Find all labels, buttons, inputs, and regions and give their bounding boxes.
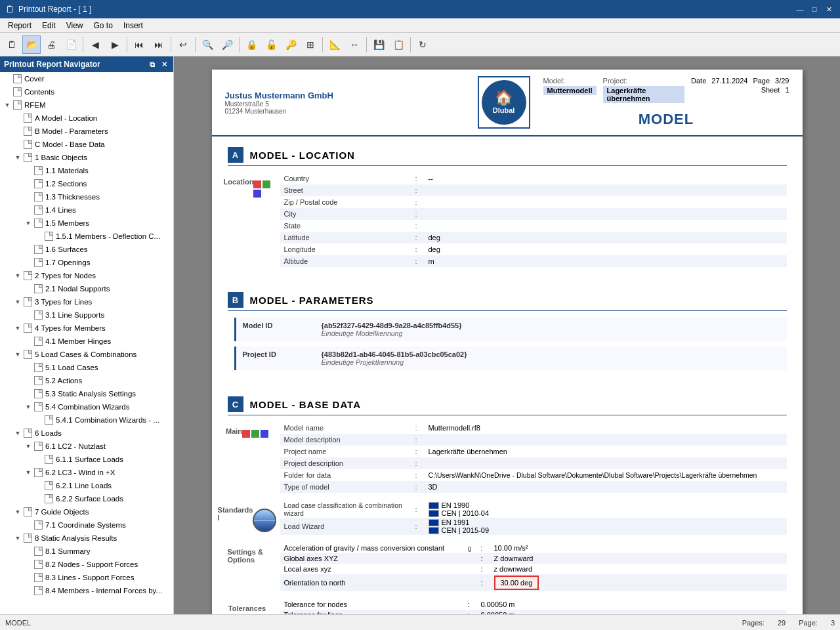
tree-8-static-analysis[interactable]: ▼ 8 Static Analysis Results [0, 532, 173, 545]
tb-print-preview[interactable]: 📄 [62, 35, 80, 54]
table-row: Acceleration of gravity / mass conversio… [280, 543, 787, 553]
standards-label: Standards I [218, 506, 253, 522]
settings-label-local-axes: Local axes xyz [280, 564, 464, 574]
toggle-8[interactable]: ▼ [13, 535, 22, 541]
toggle-6-1[interactable]: ▼ [24, 443, 33, 450]
tree-4-types-members[interactable]: ▼ 4 Types for Members [0, 322, 173, 335]
tb-layout[interactable]: ⊞ [301, 35, 320, 54]
tb-lock[interactable]: 🔒 [242, 35, 261, 54]
tb-zoom-in[interactable]: 🔎 [218, 35, 236, 54]
table-row: Folder for data : C:\Users\WankN\OneDriv… [280, 469, 787, 481]
toggle-5-4[interactable]: ▼ [24, 404, 33, 410]
tree-a-model-location[interactable]: A Model - Location [0, 112, 173, 125]
toggle-3[interactable]: ▼ [13, 299, 22, 305]
toggle-5[interactable]: ▼ [13, 351, 22, 358]
tree-6-2-1-line-loads[interactable]: 6.2.1 Line Loads [0, 479, 173, 492]
doc-icon [33, 547, 43, 556]
toggle-rfem[interactable]: ▼ [3, 102, 12, 108]
tree-5-2-actions[interactable]: 5.2 Actions [0, 374, 173, 387]
tb-first[interactable]: ⏮ [130, 35, 148, 54]
tree-6-loads[interactable]: ▼ 6 Loads [0, 427, 173, 440]
tree-7-guide-objects[interactable]: ▼ 7 Guide Objects [0, 505, 173, 518]
tree-7-1-coord-systems[interactable]: 7.1 Coordinate Systems [0, 518, 173, 532]
tree-8-3-lines-support[interactable]: 8.3 Lines - Support Forces [0, 571, 173, 584]
tree-4-1-member-hinges[interactable]: 4.1 Member Hinges [0, 335, 173, 348]
menu-insert[interactable]: Insert [118, 20, 148, 32]
tree-contents[interactable]: Contents [0, 85, 173, 98]
tree-1-5-members[interactable]: ▼ 1.5 Members [0, 217, 173, 230]
tree-1-2-sections[interactable]: 1.2 Sections [0, 177, 173, 190]
tb-export[interactable]: 💾 [369, 35, 388, 54]
menu-view[interactable]: View [61, 20, 89, 32]
toggle-4[interactable]: ▼ [13, 325, 22, 331]
tree-6-1-1-surface-loads[interactable]: 6.1.1 Surface Loads [0, 453, 173, 466]
tb-copy[interactable]: 📋 [389, 35, 408, 54]
tree-3-1-line-supports[interactable]: 3.1 Line Supports [0, 308, 173, 322]
navigator-panel: Printout Report Navigator ⧉ ✕ Cover Cont… [0, 56, 174, 614]
close-button[interactable]: ✕ [823, 3, 835, 15]
tb-key[interactable]: 🔑 [282, 35, 300, 54]
nav-restore[interactable]: ⧉ [147, 59, 158, 70]
tree-cover[interactable]: Cover [0, 72, 173, 85]
tree-1-5-1-deflection[interactable]: 1.5.1 Members - Deflection C... [0, 230, 173, 243]
menu-goto[interactable]: Go to [89, 20, 118, 32]
tb-print[interactable]: 🖨 [42, 35, 60, 54]
tree-6-1-lc2-nutzlast[interactable]: ▼ 6.1 LC2 - Nutzlast [0, 440, 173, 453]
tree-8-4-members-internal[interactable]: 8.4 Members - Internal Forces by... [0, 584, 173, 597]
tree-1-4-lines[interactable]: 1.4 Lines [0, 203, 173, 217]
tb-new[interactable]: 🗒 [3, 35, 21, 54]
maximize-button[interactable]: □ [808, 3, 820, 15]
tree-2-types-nodes[interactable]: ▼ 2 Types for Nodes [0, 269, 173, 282]
tree-label-8-4: 8.4 Members - Internal Forces by... [45, 587, 162, 595]
minimize-button[interactable]: — [794, 3, 806, 15]
tb-fit-width[interactable]: ↔ [345, 35, 364, 54]
tree-c-model-base[interactable]: C Model - Base Data [0, 138, 173, 151]
tb-last[interactable]: ⏭ [150, 35, 168, 54]
section-a-icon-area: Location [228, 173, 267, 267]
tree-1-3-thicknesses[interactable]: 1.3 Thicknesses [0, 190, 173, 203]
tree-8-2-nodes-support[interactable]: 8.2 Nodes - Support Forces [0, 558, 173, 571]
tree-1-7-openings[interactable]: 1.7 Openings [0, 256, 173, 269]
menu-report[interactable]: Report [3, 20, 37, 32]
tree-label-1-6: 1.6 Surfaces [45, 245, 88, 253]
tb-open[interactable]: 📂 [22, 35, 41, 54]
tree-b-model-params[interactable]: B Model - Parameters [0, 125, 173, 138]
tree-2-1-nodal-supports[interactable]: 2.1 Nodal Supports [0, 282, 173, 295]
tree-6-2-lc3-wind[interactable]: ▼ 6.2 LC3 - Wind in +X [0, 466, 173, 479]
toggle-7[interactable]: ▼ [13, 509, 22, 515]
tree-5-3-static-analysis[interactable]: 5.3 Static Analysis Settings [0, 387, 173, 400]
tree-1-1-materials[interactable]: 1.1 Materials [0, 164, 173, 177]
tb-back[interactable]: ↩ [174, 35, 192, 54]
tree-5-4-combination-wizards[interactable]: ▼ 5.4 Combination Wizards [0, 400, 173, 413]
tree-5-4-1-comb-wizards[interactable]: 5.4.1 Combination Wizards - ... [0, 413, 173, 427]
section-c-standards-data: Load case classification & combination w… [280, 501, 787, 535]
toggle-1[interactable]: ▼ [13, 154, 22, 161]
tree-1-6-surfaces[interactable]: 1.6 Surfaces [0, 243, 173, 256]
nav-close[interactable]: ✕ [159, 59, 169, 70]
tree-6-2-2-surface-loads[interactable]: 6.2.2 Surface Loads [0, 492, 173, 505]
tree-8-1-summary[interactable]: 8.1 Summary [0, 545, 173, 558]
tb-next[interactable]: ▶ [106, 35, 124, 54]
menu-edit[interactable]: Edit [37, 20, 61, 32]
project-id-sub: Eindeutige Projektkennung [322, 358, 467, 366]
tb-zoom-out[interactable]: 🔍 [198, 35, 217, 54]
toggle-6[interactable]: ▼ [13, 430, 22, 436]
tb-unlock[interactable]: 🔓 [262, 35, 280, 54]
tree-3-types-lines[interactable]: ▼ 3 Types for Lines [0, 295, 173, 308]
section-c: C MODEL - BASE DATA Main [212, 386, 803, 614]
tree-5-1-load-cases[interactable]: 5.1 Load Cases [0, 361, 173, 374]
section-c-title-row: C MODEL - BASE DATA [228, 396, 787, 415]
folder-icon [33, 219, 43, 228]
lcc-cen2010-text: CEN | 2010-04 [442, 509, 490, 517]
tb-fit-page[interactable]: 📐 [326, 35, 344, 54]
main-cube-icon [242, 430, 268, 438]
tree-5-load-cases[interactable]: ▼ 5 Load Cases & Combinations [0, 348, 173, 361]
toggle-2[interactable]: ▼ [13, 272, 22, 279]
tree-1-basic-objects[interactable]: ▼ 1 Basic Objects [0, 151, 173, 164]
toggle-1-5[interactable]: ▼ [24, 220, 33, 226]
tb-refresh[interactable]: ↻ [413, 35, 432, 54]
status-model: MODEL [5, 619, 31, 627]
tree-rfem[interactable]: ▼ RFEM [0, 98, 173, 112]
tb-prev[interactable]: ◀ [86, 35, 104, 54]
toggle-6-2[interactable]: ▼ [24, 469, 33, 476]
